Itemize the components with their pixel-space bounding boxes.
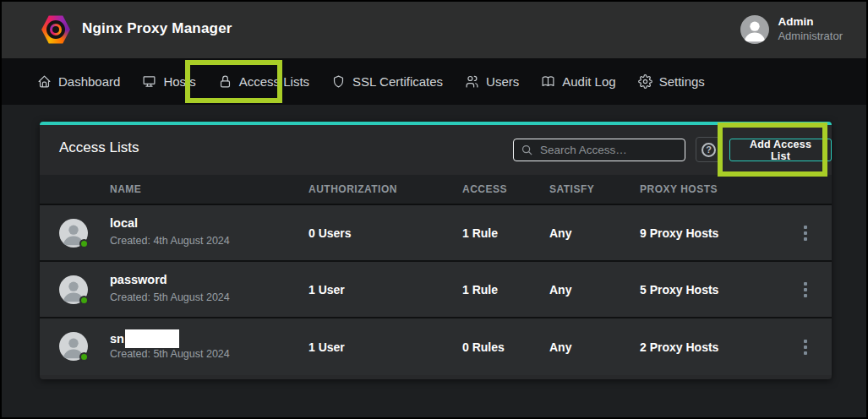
cell-access: 0 Rules [462,340,505,354]
cell-access: 1 Rule [462,226,498,240]
column-header-name: NAME [110,183,141,195]
person-icon [740,15,769,44]
add-access-list-button[interactable]: Add Access List [729,139,832,161]
user-avatar [740,15,769,44]
user-menu[interactable]: Admin Administrator [740,14,843,45]
nav-label: Dashboard [58,74,120,89]
nav-item-dashboard[interactable]: Dashboard [37,74,120,89]
access-lists-panel: Access Lists ? Add Access List NAME AUTH… [40,122,832,379]
table-header-row: NAME AUTHORIZATION ACCESS SATISFY PROXY … [40,175,832,205]
nav-label: Users [486,74,519,89]
cell-proxy-hosts: 9 Proxy Hosts [640,226,718,240]
online-status-dot [79,296,89,305]
cell-authorization: 0 Users [308,226,352,240]
user-role: Administrator [778,30,843,43]
shield-icon [331,74,346,89]
main-navbar: Dashboard Hosts Access Lists SSL Certifi… [2,58,866,105]
cell-satisfy: Any [549,226,571,240]
search-box[interactable] [513,139,685,161]
user-name: Admin [778,15,843,30]
nav-item-access-lists[interactable]: Access Lists [218,74,309,89]
home-icon [37,74,52,89]
app-window: Nginx Proxy Manager Admin Administrator … [0,0,868,419]
column-header-access: ACCESS [462,183,507,195]
book-icon [541,74,555,89]
column-header-satisfy: SATISFY [549,183,594,195]
cell-satisfy: Any [549,283,571,297]
nav-item-hosts[interactable]: Hosts [142,74,195,89]
cell-access: 1 Rule [462,283,498,297]
nginx-proxy-manager-logo-icon [41,14,71,45]
search-input[interactable] [540,144,690,156]
monitor-icon [142,74,156,89]
nav-item-users[interactable]: Users [465,74,519,89]
table-row[interactable]: sn Created: 5th August 2024 1 User 0 Rul… [40,318,832,375]
nav-item-ssl-certificates[interactable]: SSL Certificates [331,74,443,89]
cell-proxy-hosts: 2 Proxy Hosts [640,340,718,354]
access-list-created-date: Created: 5th August 2024 [110,291,230,303]
lock-icon [218,74,232,89]
cell-authorization: 1 User [308,283,345,297]
nav-item-settings[interactable]: Settings [638,74,705,89]
panel-title: Access Lists [59,139,139,156]
nav-label: Hosts [163,74,195,89]
help-icon: ? [701,143,716,157]
row-avatar [59,219,88,248]
nav-label: SSL Certificates [352,74,443,89]
row-avatar [59,275,88,304]
row-actions-kebab-icon[interactable] [799,277,812,302]
row-actions-kebab-icon[interactable] [799,220,812,246]
help-button[interactable]: ? [696,137,722,162]
column-header-proxy-hosts: PROXY HOSTS [640,183,718,195]
top-header-bar: Nginx Proxy Manager Admin Administrator [2,2,866,58]
access-list-created-date: Created: 4th August 2024 [110,235,230,247]
table-row[interactable]: password Created: 5th August 2024 1 User… [40,262,832,318]
table-row[interactable]: local Created: 4th August 2024 0 Users 1… [40,205,832,262]
access-list-name: local [110,216,138,230]
cell-satisfy: Any [549,340,571,354]
row-actions-kebab-icon[interactable] [799,335,812,360]
online-status-dot [79,352,89,362]
nav-label: Access Lists [239,74,309,89]
row-avatar [59,332,88,361]
access-list-created-date: Created: 5th August 2024 [110,348,230,360]
access-list-name: sn [110,329,179,348]
nav-label: Audit Log [562,74,615,89]
nav-item-audit-log[interactable]: Audit Log [541,74,615,89]
search-icon [521,144,533,156]
online-status-dot [79,239,89,248]
access-list-name: password [110,273,167,286]
column-header-authorization: AUTHORIZATION [308,183,397,195]
redaction-box [125,329,179,348]
cell-authorization: 1 User [308,340,345,354]
nav-label: Settings [659,74,705,89]
cell-proxy-hosts: 5 Proxy Hosts [640,283,718,297]
gear-icon [638,74,652,89]
panel-header: Access Lists ? Add Access List [40,125,832,175]
app-title: Nginx Proxy Manager [82,20,232,37]
users-icon [465,74,479,89]
